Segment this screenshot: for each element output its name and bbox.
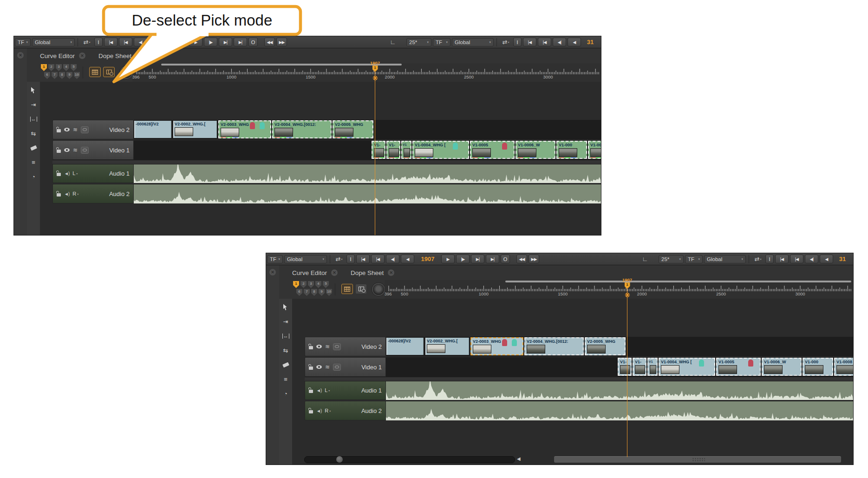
jog-back-button[interactable]: ◀◀ [516, 255, 527, 263]
speaker-icon[interactable]: ◄) [64, 171, 69, 176]
play-from-button[interactable]: |▶ [204, 38, 217, 46]
select-tool-icon[interactable] [27, 85, 40, 96]
close-icon[interactable]: ✕ [388, 269, 394, 276]
timeline-clip[interactable]: V2-0003_WHG [470, 337, 523, 355]
global-dropdown[interactable]: Global▾ [32, 38, 75, 46]
extend-edit-tool-icon[interactable]: ⇥ [27, 99, 40, 110]
tab-curve-editor[interactable]: Curve Editor✕ [40, 52, 85, 59]
marker-pin-8[interactable]: 8 [311, 289, 317, 296]
playhead-jog-knob[interactable] [373, 284, 384, 295]
extend-edit-tool-icon[interactable]: ⇥ [279, 316, 292, 327]
speaker-icon[interactable]: ◄) [64, 191, 69, 196]
timeline-clip[interactable]: V1-0006_W [762, 358, 802, 376]
previous-edit-button[interactable]: |◀ [371, 255, 385, 263]
timeline-clip[interactable]: V2-0002_WHG.[ [425, 337, 470, 355]
grid-view-button[interactable] [341, 284, 353, 294]
jog-forward-button[interactable]: ▶▶ [276, 38, 287, 46]
next-edit-button[interactable]: ▶| [219, 38, 232, 46]
play-reverse-button-2[interactable]: ◀ [820, 255, 833, 263]
track-lane-audio2[interactable] [386, 401, 853, 420]
fps-dropdown[interactable]: 25*▾ [406, 38, 431, 46]
marker-pin-5[interactable]: 5 [71, 64, 77, 71]
layers-icon[interactable]: ≋ [73, 127, 78, 132]
timeline-clip[interactable]: V1- [386, 141, 400, 159]
mark-in-button-2[interactable]: I [513, 38, 522, 46]
track-lane-audio1[interactable] [386, 380, 853, 400]
marker-pin-6[interactable]: 6 [296, 289, 302, 296]
close-icon[interactable]: ✕ [269, 269, 276, 275]
lock-icon[interactable] [57, 129, 61, 132]
play-reverse-button[interactable]: ◀ [149, 38, 162, 46]
channel-selector[interactable]: R▾ [325, 408, 331, 413]
track-lane-audio1[interactable] [134, 164, 601, 183]
play-button[interactable]: ▶ [189, 38, 202, 46]
channel-selector[interactable]: L▾ [325, 387, 330, 393]
mark-in-button[interactable]: I [346, 255, 355, 263]
range-ruler-icon[interactable]: ∟ [642, 255, 648, 262]
track-header-audio2[interactable]: ◄)R▾Audio 2 [52, 184, 134, 203]
marker-pin-4[interactable]: 4 [315, 281, 321, 288]
tab-dope-sheet[interactable]: Dope Sheet✕ [351, 269, 394, 276]
layers-icon[interactable]: ≋ [325, 365, 330, 369]
ruler-scrollbar[interactable] [505, 281, 851, 282]
timeline-clip[interactable]: V1-000 [556, 141, 587, 159]
previous-frame-button-2[interactable]: ◀| [553, 38, 566, 46]
lock-icon[interactable] [309, 410, 313, 413]
marker-pin-3[interactable]: 3 [56, 64, 62, 71]
zero-button[interactable]: O [248, 38, 258, 46]
track-header-video2[interactable]: ≋Video 2 [305, 337, 386, 356]
lock-icon[interactable] [309, 346, 313, 349]
go-to-start-button-2[interactable]: |◀ [775, 255, 789, 263]
track-lane-video1[interactable]: V1-V1-V1V1-0004_WHG [V1-0005V1-0006_WV1-… [386, 357, 853, 377]
timeline-clip[interactable]: V2-0004_WHG.[0012: [524, 337, 584, 355]
horizontal-scrollbar[interactable] [554, 456, 841, 463]
track-header-audio1[interactable]: ◄)L▾Audio 1 [305, 380, 386, 400]
lock-icon[interactable] [57, 150, 61, 153]
zero-button[interactable]: O [501, 255, 510, 263]
pick-mode-button[interactable] [355, 284, 367, 294]
play-button[interactable]: ▶ [441, 255, 455, 263]
scroll-left-arrow-icon[interactable]: ◀ [517, 456, 521, 461]
timeline-clip[interactable]: -000628]/V2 [386, 337, 424, 355]
marker-pin-2[interactable]: 2 [300, 281, 307, 288]
marker-pin-1[interactable]: 1 [293, 281, 299, 288]
patch-icon[interactable] [81, 126, 89, 133]
marker-pin-10[interactable]: 10 [74, 72, 80, 79]
mark-in-button-2[interactable]: I [765, 255, 774, 263]
go-to-start-button-2[interactable]: |◀ [523, 38, 536, 46]
timeline-clip[interactable]: V1-0005 [470, 141, 515, 159]
track-header-video1[interactable]: ≋Video 1 [52, 140, 134, 160]
grid-view-button[interactable] [89, 67, 101, 77]
previous-edit-button-2[interactable]: |◀ [790, 255, 803, 263]
tf-mode-dropdown[interactable]: TF▾ [267, 255, 283, 263]
close-icon[interactable]: ✕ [331, 269, 338, 276]
go-to-start-button[interactable]: |◀ [104, 38, 117, 46]
tab-dope-sheet[interactable]: Dope Sheet✕ [98, 52, 142, 59]
timeline-clip[interactable]: V2-0004_WHG.[0012: [272, 120, 332, 138]
playhead-line[interactable] [375, 71, 376, 235]
visibility-eye-icon[interactable] [316, 365, 322, 369]
playhead-line[interactable] [627, 288, 628, 457]
visibility-eye-icon[interactable] [64, 128, 70, 131]
loop-playback-icon-2[interactable]: ⇄▾ [752, 255, 764, 262]
timeline-clip[interactable]: V2-0003_WHG [218, 120, 271, 138]
lock-icon[interactable] [57, 193, 61, 196]
track-header-audio2[interactable]: ◄)R▾Audio 2 [305, 401, 386, 420]
marker-pin-2[interactable]: 2 [48, 64, 54, 71]
playhead-jog-knob[interactable] [121, 67, 132, 78]
timeline-clip[interactable]: V1-0004_WHG [ [659, 358, 715, 376]
timeline-clip[interactable]: V1- [618, 358, 632, 376]
global-dropdown[interactable]: Global▾ [284, 255, 327, 263]
play-reverse-button-2[interactable]: ◀ [568, 38, 581, 46]
play-from-button[interactable]: |▶ [456, 255, 470, 263]
select-tool-icon[interactable] [279, 301, 292, 313]
timeline-clip[interactable]: -000628]/V2 [134, 120, 172, 138]
lock-icon[interactable] [309, 390, 313, 393]
tab-curve-editor[interactable]: Curve Editor✕ [292, 269, 338, 276]
marker-pin-9[interactable]: 9 [66, 72, 72, 79]
patch-icon[interactable] [333, 364, 341, 371]
loop-playback-icon[interactable]: ⇄▾ [81, 39, 93, 46]
track-lane-video2[interactable]: -000628]/V2V2-0002_WHG.[V2-0003_WHGV2-00… [134, 120, 601, 139]
timeline-clip[interactable]: V1-0008 [834, 358, 853, 376]
fps-dropdown[interactable]: 25*▾ [659, 255, 684, 263]
